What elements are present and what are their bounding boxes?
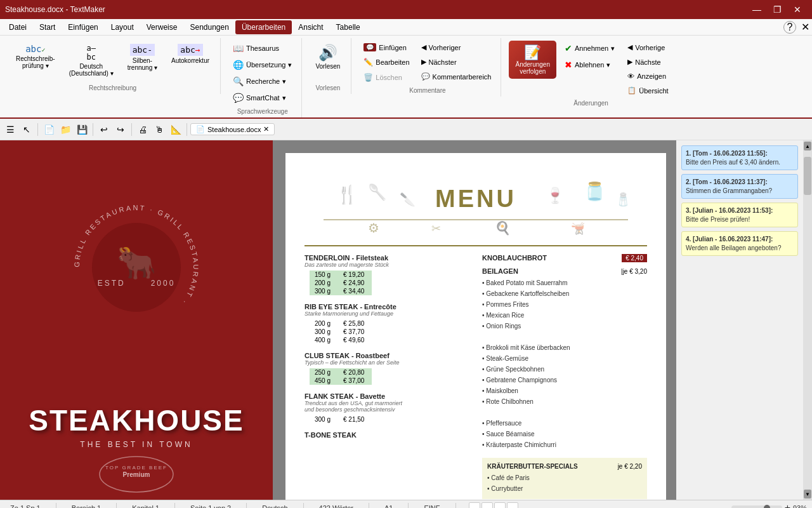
ribbon-group-rechtschreibung: abc✓ Rechtschreib-prüfung ▾ a–bc Deutsch…: [5, 38, 221, 94]
scroll-thumb[interactable]: [804, 157, 811, 195]
kommentarbereich-button[interactable]: 💬 Kommentarbereich: [417, 70, 496, 83]
ablehnen-label: Ablehnen: [575, 61, 605, 69]
recherche-button[interactable]: 🔍 Recherche ▾: [228, 74, 296, 89]
help-icon[interactable]: ?: [783, 21, 796, 34]
autocorrect-button[interactable]: abc→ Autokorrektur: [166, 41, 215, 80]
format-button[interactable]: ☰: [3, 122, 18, 137]
flanksteak-prices: 300 g€ 21,50: [310, 415, 372, 424]
view-mode-4[interactable]: [507, 502, 518, 509]
svg-text:MENU: MENU: [435, 185, 516, 212]
menu-start[interactable]: Start: [33, 20, 62, 34]
open-button[interactable]: 📁: [58, 122, 73, 137]
mouse-button[interactable]: 🖱: [152, 122, 167, 137]
translation-button[interactable]: 🌐 Übersetzung ▾: [228, 57, 296, 72]
naechste-button[interactable]: ▶ Nächste: [623, 55, 672, 69]
svg-text:🧂: 🧂: [615, 192, 631, 207]
restaurant-background: GRILL RESTAURANT · GRILL RESTAURANT · 🐂 …: [0, 140, 273, 500]
annehmen-button[interactable]: ✔ Annehmen ▾: [560, 41, 619, 56]
aenderungen-verfolgen-button[interactable]: 📝 Änderungenverfolgen: [509, 41, 556, 79]
ruler-button[interactable]: 📐: [168, 122, 183, 137]
comment-3: 3. [Julian - 16.06.2023 11:53]: Bitte di…: [681, 203, 798, 227]
brand-section: STEAKHOUSE THE BEST IN TOWN: [0, 403, 273, 449]
loeschen-button[interactable]: 🗑️ Löschen: [359, 70, 414, 84]
vorlesen-button[interactable]: 🔊 Vorlesen: [310, 41, 346, 73]
clubsteak-name: CLUB STEAK - Roastbeef: [304, 352, 469, 359]
language-button[interactable]: a–bc Deutsch(Deutschland) ▾: [63, 41, 119, 80]
minimize-button[interactable]: —: [747, 3, 766, 16]
bearbeiten-button[interactable]: ✏️ Bearbeiten: [359, 55, 414, 69]
redo-button[interactable]: ↪: [113, 122, 128, 137]
uebersicht-button[interactable]: 📋 Übersicht: [623, 84, 672, 97]
recherche-label: Recherche: [246, 77, 280, 85]
vorheriger-button[interactable]: ◀ Vorheriger: [417, 41, 496, 54]
undo-button[interactable]: ↩: [96, 122, 112, 137]
view-mode-1[interactable]: [469, 502, 480, 509]
comment-1-text: Bitte den Preis auf € 3,40 ändern.: [686, 159, 794, 166]
scroll-up-button[interactable]: ▲: [804, 142, 811, 150]
document-area[interactable]: MENU 🍴 🥄 🔪 🍷 🫙 🧂 ⚙ ✂ 🍳 🫕: [273, 140, 676, 500]
svg-text:⚙: ⚙: [368, 221, 379, 235]
group-label-kommentare: Kommentare: [409, 84, 445, 94]
beilagen-name: BEILAGEN: [482, 267, 518, 275]
close-button[interactable]: ✕: [788, 3, 807, 16]
scroll-down-button[interactable]: ▼: [804, 490, 811, 498]
zoom-in-button[interactable]: +: [785, 502, 790, 509]
smartchat-button[interactable]: 💬 SmartChat ▾: [228, 90, 296, 105]
ablehnen-button[interactable]: ✖ Ablehnen ▾: [560, 57, 619, 72]
status-ze: Ze 1 Sp 1: [5, 504, 46, 509]
status-woerter: 422 Wörter: [314, 504, 358, 509]
view-mode-3[interactable]: [494, 502, 506, 509]
close-menu-icon[interactable]: ✕: [801, 21, 809, 33]
einfuegen-kommentar-button[interactable]: 💬 Einfügen: [359, 41, 414, 54]
save-button[interactable]: 💾: [74, 122, 89, 137]
view-mode-2[interactable]: [481, 502, 493, 509]
vertical-scrollbar[interactable]: ▲ ▼: [803, 140, 812, 500]
vorherige-button[interactable]: ◀ Vorherige: [623, 41, 672, 54]
naechster-button[interactable]: ▶ Nächster: [417, 55, 496, 69]
maximize-button[interactable]: ❐: [768, 3, 787, 16]
status-sprache: Deutsch: [257, 504, 292, 509]
autocorrect-label: Autokorrektur: [171, 57, 209, 64]
menu-tabelle[interactable]: Tabelle: [330, 20, 367, 34]
menu-ansicht[interactable]: Ansicht: [292, 20, 329, 34]
einfuegen-icon: 💬: [363, 43, 376, 51]
krauterbutter-section: KRÄUTERBUTTER-SPECIALS je € 2,20 • Café …: [482, 458, 647, 499]
ribbon-group-aenderungen: 📝 Änderungenverfolgen ✔ Annehmen ▾ ✖ Abl…: [504, 38, 678, 109]
print-button[interactable]: 🖨: [135, 122, 150, 137]
tab-close-icon[interactable]: ✕: [263, 125, 269, 133]
menu-sendungen[interactable]: Sendungen: [183, 20, 235, 34]
spell-check-button[interactable]: abc✓ Rechtschreib-prüfung ▾: [10, 41, 61, 80]
thesaurus-button[interactable]: 📖 Thesaurus: [228, 41, 296, 56]
group-label-vorlesen: Vorlesen: [315, 82, 340, 91]
view-mode-buttons: [469, 502, 518, 509]
cursor-button[interactable]: ↖: [19, 122, 34, 137]
new-doc-button[interactable]: 📄: [41, 122, 56, 137]
kommentarbereich-icon: 💬: [421, 72, 430, 81]
kommentarbereich-label: Kommentarbereich: [433, 73, 492, 81]
app-title: Steakhouse.docx - TextMaker: [5, 5, 105, 14]
syllable-button[interactable]: abc- Silben-trennung ▾: [122, 41, 163, 80]
menu-ueberarbeiten[interactable]: Überarbeiten: [235, 20, 292, 34]
anzeigen-button[interactable]: 👁 Anzeigen: [623, 70, 672, 83]
beilagen-price: |je € 3,20: [621, 268, 647, 275]
status-kapitel: Kapitel 1: [127, 504, 164, 509]
zoom-out-button[interactable]: —: [719, 502, 729, 509]
scroll-track[interactable]: [804, 150, 811, 490]
comment-2-header: 2. [Tom - 16.06.2023 11:37]:: [686, 178, 794, 185]
menu-einfuegen[interactable]: Einfügen: [62, 20, 104, 34]
steaks-column: TENDERLOIN - Filetsteak Das zarteste und…: [304, 254, 469, 499]
ribbon-group-kommentare: 💬 Einfügen ✏️ Bearbeiten 🗑️ Löschen ◀: [354, 38, 501, 97]
krauterbutter-list: • Café de Paris • Currybutter: [487, 472, 642, 494]
menu-layout[interactable]: Layout: [105, 20, 140, 34]
anzeigen-label: Anzeigen: [637, 72, 666, 80]
menu-header: MENU 🍴 🥄 🔪 🍷 🫙 🧂 ⚙ ✂ 🍳 🫕: [304, 172, 647, 246]
loeschen-icon: 🗑️: [363, 73, 373, 82]
menu-verweise[interactable]: Verweise: [140, 20, 184, 34]
document-tab[interactable]: 📄 Steakhouse.docx ✕: [190, 123, 275, 135]
zoom-slider[interactable]: [731, 505, 782, 509]
menu-datei[interactable]: Datei: [3, 20, 33, 34]
status-sep-8: [455, 503, 456, 509]
uebersicht-icon: 📋: [627, 86, 636, 95]
language-label: Deutsch(Deutschland) ▾: [69, 63, 114, 77]
brand-tagline: THE BEST IN TOWN: [0, 440, 273, 449]
